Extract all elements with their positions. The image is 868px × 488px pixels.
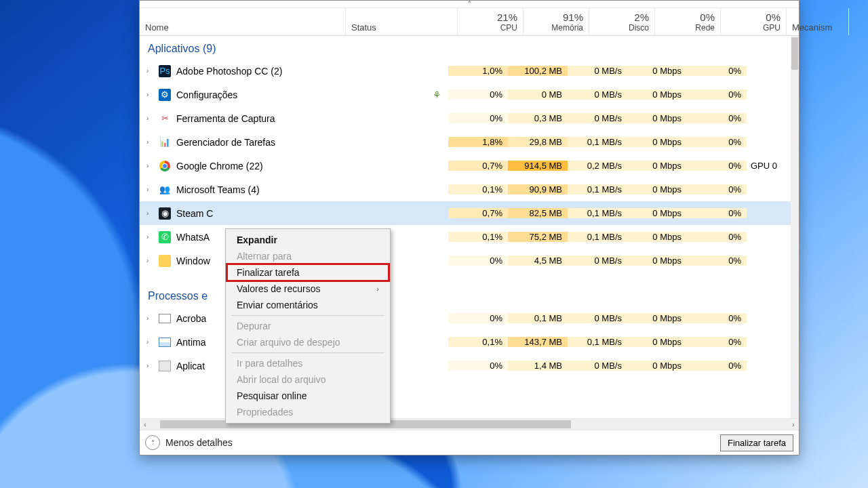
cell-mem: 143,7 MB [508, 337, 568, 347]
process-row-taskmanager[interactable]: ›📊Gerenciador de Tarefas 1,8% 29,8 MB 0,… [140, 130, 791, 154]
expand-icon[interactable]: › [146, 233, 153, 241]
end-task-button[interactable]: Finalizar tarefa [720, 434, 793, 451]
process-row-photoshop[interactable]: ›PsAdobe Photoshop CC (2) 1,0% 100,2 MB … [140, 59, 791, 83]
expand-icon[interactable]: › [146, 138, 153, 146]
process-row-steam[interactable]: ›◉Steam C 0,7% 82,5 MB 0,1 MB/s 0 Mbps 0… [140, 201, 791, 225]
header-disk-label: Disco [629, 23, 649, 33]
process-row-teams[interactable]: ›👥Microsoft Teams (4) 0,1% 90,9 MB 0,1 M… [140, 178, 791, 201]
teams-icon: 👥 [159, 184, 171, 196]
cell-mem: 75,2 MB [508, 232, 568, 242]
expand-icon[interactable]: › [146, 257, 153, 264]
cell-mem: 82,5 MB [508, 208, 568, 218]
cell-cpu: 0,1% [448, 337, 508, 347]
cell-net: 0 Mbps [627, 66, 687, 76]
cell-net: 0 Mbps [627, 113, 687, 123]
cell-disk: 0,2 MB/s [568, 161, 627, 171]
cell-mem: 1,4 MB [508, 361, 568, 371]
column-header-memory[interactable]: 91%Memória [524, 8, 589, 35]
cell-gpu: 0% [687, 137, 747, 147]
process-name: Microsoft Teams (4) [176, 184, 260, 195]
expand-icon[interactable]: › [146, 162, 153, 169]
cell-cpu: 0,7% [448, 161, 508, 171]
column-header-gpu-engine[interactable]: Mecanism [787, 8, 849, 35]
menu-open-location: Abrir local do arquivo [227, 371, 389, 388]
menu-expand[interactable]: Expandir [227, 232, 389, 248]
column-header-cpu[interactable]: 21%CPU [458, 8, 524, 35]
menu-open-label: Abrir local do arquivo [237, 374, 326, 385]
process-row-settings[interactable]: ›⚙Configurações ⚘ 0% 0 MB 0 MB/s 0 Mbps … [140, 83, 791, 106]
expand-icon[interactable]: › [146, 314, 153, 322]
process-name: Steam C [176, 208, 213, 219]
column-header-row: Nome Status 21%CPU 91%Memória 2%Disco 0%… [140, 8, 799, 36]
menu-expand-label: Expandir [237, 235, 277, 245]
process-row-chrome[interactable]: ›Google Chrome (22) 0,7% 914,5 MB 0,2 MB… [140, 154, 791, 178]
column-header-disk[interactable]: 2%Disco [589, 8, 655, 35]
cell-mem: 90,9 MB [508, 184, 568, 195]
menu-properties: Propriedades [227, 404, 389, 420]
vertical-scrollbar[interactable] [791, 36, 799, 418]
column-header-network[interactable]: 0%Rede [655, 8, 721, 35]
cell-cpu: 1,0% [448, 66, 508, 76]
process-name: Antima [176, 337, 206, 348]
expand-icon[interactable]: › [146, 67, 153, 75]
expand-icon[interactable]: › [146, 115, 153, 122]
expand-icon[interactable]: › [146, 91, 153, 98]
cell-gpu: 0% [687, 337, 747, 347]
cell-mem: 29,8 MB [508, 137, 568, 147]
column-header-status[interactable]: Status [346, 8, 458, 35]
process-name: Window [176, 256, 210, 266]
expand-icon[interactable]: › [146, 209, 153, 217]
header-gpu-label: GPU [763, 23, 781, 33]
menu-switch-to: Alternar para [227, 248, 389, 264]
cell-mem: 0,1 MB [508, 313, 568, 323]
cell-gpu-engine: GPU 0 [747, 161, 791, 171]
menu-end-task[interactable]: Finalizar tarefa [227, 264, 389, 281]
cell-cpu: 0% [448, 361, 508, 371]
expand-icon[interactable]: › [146, 362, 153, 369]
process-name: Aplicat [176, 361, 205, 371]
cell-gpu: 0% [687, 184, 747, 195]
column-header-gpu[interactable]: 0%GPU [721, 8, 787, 35]
header-gpu-pct: 0% [766, 12, 781, 23]
whatsapp-icon: ✆ [159, 231, 171, 243]
cell-disk: 0,1 MB/s [568, 337, 627, 347]
task-manager-icon: 📊 [159, 136, 171, 148]
menu-search-label: Pesquisar online [237, 390, 307, 401]
gear-icon: ⚙ [159, 89, 171, 101]
footer-bar: ˄ Menos detalhes Finalizar tarefa [140, 430, 799, 455]
cell-cpu: 0,1% [448, 232, 508, 242]
cell-gpu: 0% [687, 208, 747, 218]
header-disk-pct: 2% [634, 12, 649, 23]
leaf-icon: ⚘ [433, 89, 441, 100]
group-apps[interactable]: Aplicativos (9) [140, 36, 791, 59]
submenu-arrow-icon: › [376, 285, 379, 293]
collapse-up-icon[interactable]: ˄ [140, 1, 799, 8]
cell-disk: 0,1 MB/s [568, 184, 627, 195]
cell-cpu: 0% [448, 113, 508, 123]
menu-search-online[interactable]: Pesquisar online [227, 388, 389, 404]
cell-disk: 0,1 MB/s [568, 208, 627, 218]
scroll-right-icon[interactable]: › [788, 421, 799, 428]
cell-net: 0 Mbps [627, 137, 687, 147]
expand-icon[interactable]: › [146, 186, 153, 193]
cell-cpu: 0,1% [448, 184, 508, 195]
menu-dump: Criar arquivo de despejo [227, 334, 389, 350]
cell-gpu: 0% [687, 113, 747, 123]
scroll-left-icon[interactable]: ‹ [140, 421, 151, 428]
cell-cpu: 0% [448, 89, 508, 100]
process-name: Acroba [176, 313, 206, 324]
header-status-label: Status [351, 22, 452, 33]
cell-disk: 0 MB/s [568, 361, 627, 371]
cell-net: 0 Mbps [627, 361, 687, 371]
scrollbar-thumb[interactable] [791, 37, 798, 70]
cell-mem: 914,5 MB [508, 161, 568, 171]
expand-icon[interactable]: › [146, 338, 153, 346]
column-header-name[interactable]: Nome [140, 8, 346, 35]
end-task-label: Finalizar tarefa [728, 438, 786, 448]
menu-resource-values[interactable]: Valores de recursos› [227, 281, 389, 297]
cell-net: 0 Mbps [627, 184, 687, 195]
menu-props-label: Propriedades [237, 407, 293, 418]
menu-feedback[interactable]: Enviar comentários [227, 297, 389, 313]
fewer-details-button[interactable]: ˄ Menos detalhes [145, 435, 233, 450]
process-row-snipping[interactable]: ›✂Ferramenta de Captura 0% 0,3 MB 0 MB/s… [140, 106, 791, 130]
